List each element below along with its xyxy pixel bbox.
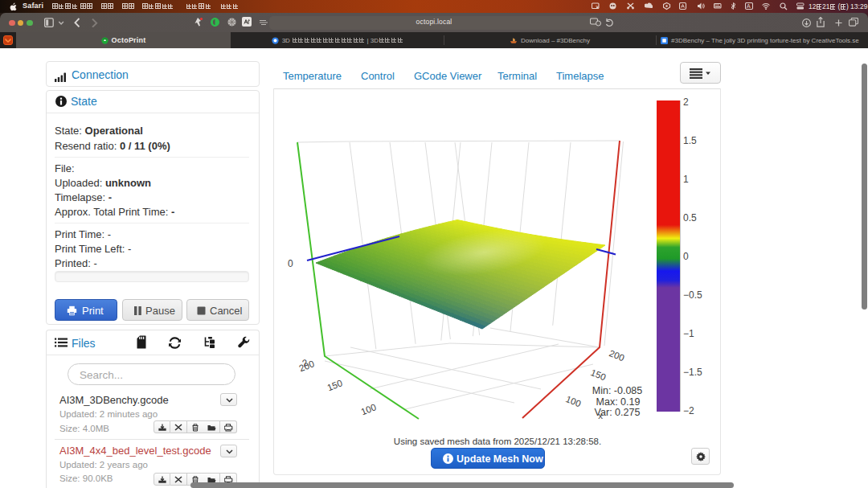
svg-text:1.5: 1.5: [683, 135, 697, 146]
svg-text:Min: -0.085: Min: -0.085: [592, 385, 643, 396]
svg-text:150: 150: [326, 378, 343, 392]
svg-text:−0.5: −0.5: [683, 289, 702, 301]
svg-text:150: 150: [589, 367, 607, 382]
svg-text:0.5: 0.5: [683, 212, 697, 223]
svg-text:Max: 0.19: Max: 0.19: [596, 396, 641, 408]
svg-text:100: 100: [564, 394, 582, 408]
svg-text:200: 200: [608, 348, 625, 363]
svg-text:Var: 0.275: Var: 0.275: [595, 407, 641, 418]
svg-text:0: 0: [288, 258, 293, 269]
svg-text:2: 2: [683, 96, 689, 108]
svg-text:−1.5: −1.5: [683, 367, 702, 378]
svg-text:1: 1: [683, 174, 689, 185]
svg-text:0: 0: [683, 251, 689, 262]
svg-text:−1: −1: [683, 328, 694, 339]
svg-text:−2: −2: [683, 405, 694, 416]
svg-text:100: 100: [359, 402, 377, 416]
